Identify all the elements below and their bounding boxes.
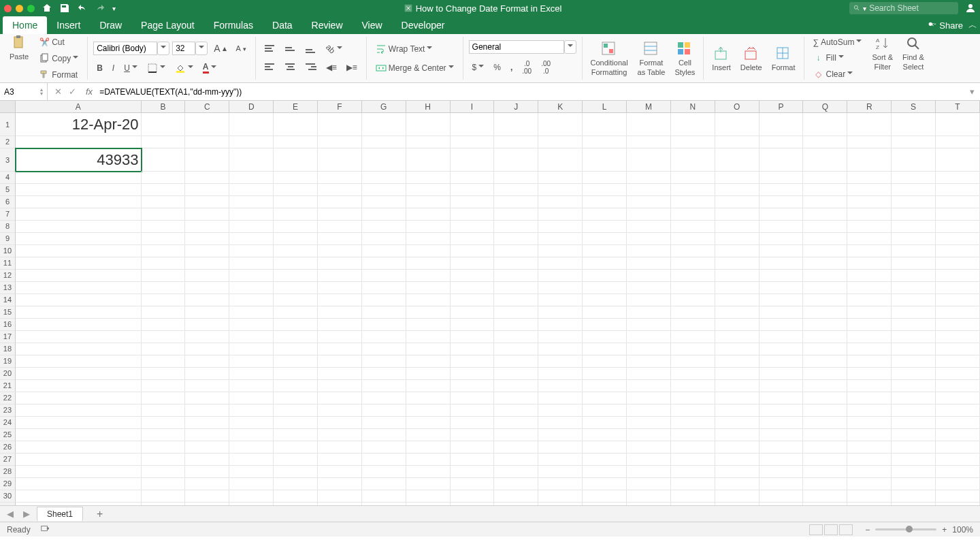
cell[interactable]: [671, 306, 715, 319]
cell[interactable]: [229, 355, 274, 368]
cell[interactable]: [627, 417, 671, 429]
cell[interactable]: [494, 136, 538, 148]
cell[interactable]: [274, 392, 318, 404]
cell[interactable]: [583, 478, 627, 490]
cell[interactable]: [142, 355, 186, 368]
cell[interactable]: [715, 343, 760, 355]
col-header[interactable]: A: [16, 101, 142, 113]
zoom-level[interactable]: 100%: [952, 525, 973, 535]
cell[interactable]: [318, 294, 362, 306]
cell[interactable]: [274, 380, 318, 392]
cell[interactable]: [936, 355, 980, 368]
cell[interactable]: [406, 257, 451, 270]
cell[interactable]: [451, 454, 495, 466]
cell[interactable]: [538, 355, 583, 368]
cell[interactable]: [583, 172, 627, 184]
cell[interactable]: [627, 172, 671, 184]
cell[interactable]: [803, 294, 847, 306]
cell[interactable]: [936, 490, 980, 503]
cell[interactable]: [451, 196, 495, 208]
cell[interactable]: [362, 331, 406, 343]
row-header[interactable]: 10: [0, 245, 16, 257]
cell[interactable]: [451, 172, 495, 184]
cell[interactable]: [229, 319, 274, 331]
cell[interactable]: [538, 490, 583, 503]
cell[interactable]: [451, 343, 495, 355]
cell[interactable]: [406, 294, 451, 306]
cell[interactable]: [494, 148, 538, 172]
cell[interactable]: [847, 184, 892, 196]
cell[interactable]: [583, 306, 627, 319]
cell[interactable]: [185, 368, 229, 380]
percent-button[interactable]: %: [490, 61, 504, 74]
cell[interactable]: [715, 196, 760, 208]
cell[interactable]: [142, 172, 186, 184]
cell[interactable]: [936, 392, 980, 404]
cell[interactable]: [16, 454, 142, 466]
col-header[interactable]: H: [406, 101, 451, 113]
cell[interactable]: [494, 404, 538, 417]
cell[interactable]: [671, 282, 715, 294]
cell[interactable]: [494, 319, 538, 331]
cell[interactable]: [142, 113, 186, 136]
cell[interactable]: [142, 245, 186, 257]
col-header[interactable]: P: [760, 101, 804, 113]
cell[interactable]: [274, 454, 318, 466]
cell[interactable]: [627, 270, 671, 282]
cell[interactable]: [627, 490, 671, 503]
collapse-ribbon-icon[interactable]: ︿: [968, 19, 977, 31]
cell[interactable]: [494, 429, 538, 441]
cell[interactable]: [892, 490, 936, 503]
cell[interactable]: [715, 490, 760, 503]
cell[interactable]: [936, 306, 980, 319]
expand-formula-bar-icon[interactable]: ▾: [964, 86, 980, 97]
cell[interactable]: [671, 404, 715, 417]
cell[interactable]: [406, 466, 451, 478]
name-box-stepper[interactable]: ▴▾: [40, 88, 43, 96]
cell[interactable]: [936, 184, 980, 196]
cell[interactable]: [627, 404, 671, 417]
cell[interactable]: [318, 184, 362, 196]
cell[interactable]: [229, 172, 274, 184]
cell[interactable]: [847, 503, 892, 505]
cell[interactable]: [16, 355, 142, 368]
cell[interactable]: [16, 380, 142, 392]
cell[interactable]: [627, 392, 671, 404]
decrease-font-button[interactable]: A▾: [233, 42, 250, 54]
cell[interactable]: [803, 113, 847, 136]
cell[interactable]: [229, 466, 274, 478]
cell[interactable]: [627, 355, 671, 368]
cell[interactable]: [715, 404, 760, 417]
cell[interactable]: [451, 221, 495, 233]
cell[interactable]: [185, 319, 229, 331]
cell[interactable]: [760, 245, 804, 257]
cell[interactable]: [892, 282, 936, 294]
cell[interactable]: [583, 355, 627, 368]
cell[interactable]: [229, 331, 274, 343]
cell[interactable]: [760, 392, 804, 404]
cell[interactable]: [318, 490, 362, 503]
cell[interactable]: [936, 257, 980, 270]
row-header[interactable]: 5: [0, 184, 16, 196]
align-bottom-button[interactable]: [302, 43, 320, 55]
row-header[interactable]: 2: [0, 136, 16, 148]
cell[interactable]: [406, 148, 451, 172]
add-sheet-button[interactable]: +: [87, 508, 112, 520]
cell[interactable]: [760, 196, 804, 208]
cell[interactable]: [715, 380, 760, 392]
cell[interactable]: [715, 454, 760, 466]
cell[interactable]: [760, 319, 804, 331]
cell[interactable]: [892, 441, 936, 454]
cell[interactable]: [583, 282, 627, 294]
cell[interactable]: [847, 319, 892, 331]
cell[interactable]: [318, 113, 362, 136]
cell[interactable]: [318, 245, 362, 257]
fill-button[interactable]: ↓Fill: [810, 50, 866, 65]
cell[interactable]: [671, 196, 715, 208]
cell[interactable]: [627, 319, 671, 331]
cell[interactable]: [538, 148, 583, 172]
tab-developer[interactable]: Developer: [392, 16, 455, 34]
cell[interactable]: [16, 368, 142, 380]
cell[interactable]: [715, 319, 760, 331]
cell[interactable]: [760, 429, 804, 441]
